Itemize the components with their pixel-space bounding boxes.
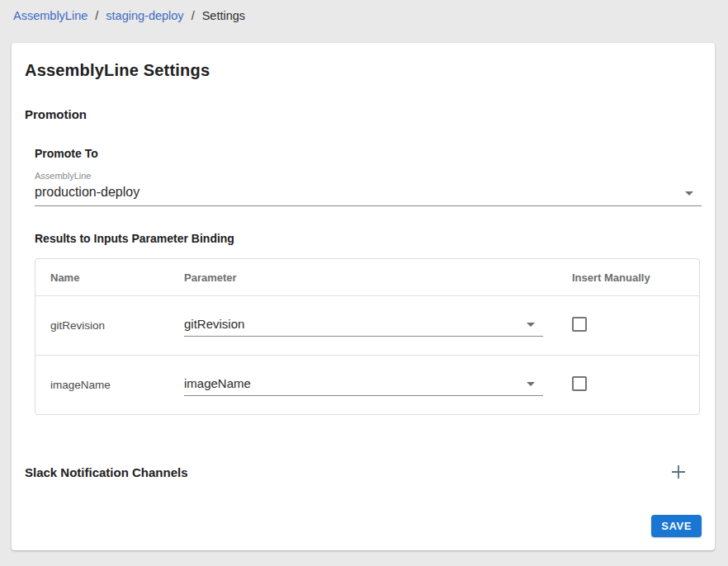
settings-card: AssemblyLine Settings Promotion Promote … <box>12 43 715 550</box>
column-header-parameter: Parameter <box>184 271 554 284</box>
save-button[interactable]: SAVE <box>651 515 702 537</box>
column-header-insert-manually: Insert Manually <box>554 271 699 284</box>
insert-manually-checkbox-gitrevision[interactable] <box>572 317 587 332</box>
promote-to-select-value: production-deploy <box>35 185 139 200</box>
breadcrumb-separator: / <box>95 9 98 22</box>
binding-row-name: gitRevision <box>35 319 184 332</box>
binding-row-name: imageName <box>35 379 184 391</box>
promote-to-select[interactable]: AssemblyLine production-deploy <box>35 171 702 206</box>
breadcrumb-separator: / <box>191 9 195 22</box>
parameter-select-value: imageName <box>184 376 251 390</box>
insert-manually-checkbox-imagename[interactable] <box>572 376 587 391</box>
parameter-select-value: gitRevision <box>184 317 244 331</box>
binding-heading: Results to Inputs Parameter Binding <box>35 232 702 245</box>
binding-row-imagename: imageName imageName <box>35 355 699 414</box>
add-slack-channel-button[interactable] <box>669 462 688 482</box>
page-title: AssemblyLine Settings <box>25 61 702 80</box>
column-header-name: Name <box>35 271 184 284</box>
promote-to-heading: Promote To <box>35 147 702 160</box>
slack-section: Slack Notification Channels <box>25 462 702 482</box>
breadcrumb: AssemblyLine / staging-deploy / Settings <box>0 0 728 25</box>
caret-down-icon <box>685 191 693 196</box>
parameter-select-gitrevision[interactable]: gitRevision <box>184 315 543 337</box>
promote-to-select-label: AssemblyLine <box>35 171 702 181</box>
card-actions: SAVE <box>651 515 702 537</box>
binding-table-header: Name Parameter Insert Manually <box>35 259 699 295</box>
breadcrumb-current-settings: Settings <box>202 9 245 22</box>
promotion-section: Promote To AssemblyLine production-deplo… <box>25 147 702 415</box>
plus-icon <box>671 465 686 479</box>
caret-down-icon <box>527 382 535 386</box>
binding-row-gitrevision: gitRevision gitRevision <box>35 295 699 355</box>
binding-table: Name Parameter Insert Manually gitRevisi… <box>35 258 700 415</box>
breadcrumb-link-assemblyline[interactable]: AssemblyLine <box>13 9 87 22</box>
breadcrumb-link-staging-deploy[interactable]: staging-deploy <box>106 9 183 22</box>
parameter-select-imagename[interactable]: imageName <box>184 375 543 396</box>
promotion-section-heading: Promotion <box>25 107 702 121</box>
slack-heading: Slack Notification Channels <box>25 465 188 479</box>
caret-down-icon <box>527 323 535 327</box>
